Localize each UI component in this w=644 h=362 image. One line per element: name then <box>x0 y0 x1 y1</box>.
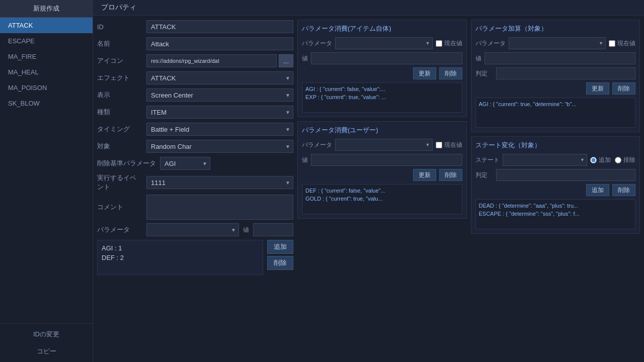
param-consume-user-current-label[interactable]: 現在値 <box>436 141 462 149</box>
param-calc-target-param-select[interactable] <box>509 37 606 49</box>
target-label: 対象 <box>97 142 142 151</box>
id-input[interactable] <box>146 20 293 33</box>
param-calc-target-value-label: 値 <box>475 54 481 63</box>
right-panel: パラメータ加算（対象） パラメータ 現在値 値 <box>471 20 640 358</box>
icon-browse-button[interactable]: ... <box>279 54 293 67</box>
event-label: 実行するイベント <box>97 173 142 192</box>
param-consume-item-list: AGI : { "current": false, "value":... EX… <box>302 82 462 113</box>
comment-textarea[interactable] <box>146 195 293 220</box>
param-calc-target-param-row: パラメータ 現在値 <box>475 37 636 49</box>
state-change-target-add-btn[interactable]: 追加 <box>586 184 609 196</box>
comment-label: コメント <box>97 203 142 212</box>
param-add-button[interactable]: 追加 <box>267 240 293 254</box>
sidebar-item-ma-heal[interactable]: MA_HEAL <box>0 64 93 80</box>
state-change-target-list-escape: ESCAPE : { "determine": "sss", "plus": f… <box>479 210 632 218</box>
param-consume-user-list-def: DEF : { "current": false, "value"... <box>305 187 459 195</box>
id-change-button[interactable]: IDの変更 <box>0 326 93 343</box>
id-row: ID <box>97 20 293 34</box>
param-consume-item-list-agi: AGI : { "current": false, "value":... <box>305 85 459 93</box>
timing-select[interactable]: Battle + Field Battle Only Field Only <box>146 123 293 136</box>
state-change-target-delete-btn[interactable]: 削除 <box>612 184 635 196</box>
comment-row: コメント <box>97 195 293 220</box>
param-consume-item-update-btn[interactable]: 更新 <box>413 67 436 79</box>
state-change-add-radio[interactable] <box>590 157 597 163</box>
param-calc-target-param-label: パラメータ <box>475 39 506 48</box>
param-select[interactable]: AGI DEF ATK <box>146 223 239 236</box>
event-row: 実行するイベント 1111 2222 3333 <box>97 173 293 192</box>
effect-select[interactable]: ATTACK HEAL FIRE POISON <box>146 71 293 84</box>
main: プロパティ ID 名前 アイコン ... エフェクト <box>93 0 644 362</box>
state-change-target-state-row: ステート 追加 排除 <box>475 154 636 166</box>
type-row: 種類 ITEM SKILL MAGIC <box>97 105 293 119</box>
param-consume-user-current-check[interactable] <box>436 142 442 148</box>
new-button[interactable]: 新規作成 <box>0 0 93 18</box>
mid-panel: パラメータ消費(アイテム自体) パラメータ 現在値 値 <box>297 20 467 358</box>
state-change-remove-radio-label[interactable]: 排除 <box>615 156 635 164</box>
target-select[interactable]: Random Char All Enemies All Allies Self <box>146 140 293 153</box>
param-value-input[interactable] <box>253 223 293 236</box>
param-consume-item-value-input[interactable] <box>311 52 462 64</box>
param-consume-item-param-label: パラメータ <box>302 39 332 48</box>
name-input[interactable] <box>146 37 293 50</box>
param-consume-item-current-label[interactable]: 現在値 <box>436 39 462 48</box>
param-row: パラメータ AGI DEF ATK 値 <box>97 223 293 237</box>
param-calc-target-current-check[interactable] <box>609 40 615 47</box>
effect-row: エフェクト ATTACK HEAL FIRE POISON <box>97 71 293 85</box>
display-select[interactable]: Screen Center Screen Top Target <box>146 88 293 102</box>
param-consume-item-value-row: 値 <box>302 52 462 64</box>
sidebar-item-sk-blow[interactable]: SK_BLOW <box>0 96 93 111</box>
param-consume-user-update-btn[interactable]: 更新 <box>413 169 436 181</box>
name-row: 名前 <box>97 37 293 51</box>
param-consume-user-param-select[interactable] <box>335 139 433 151</box>
param-delete-button[interactable]: 削除 <box>267 256 293 270</box>
param-consume-item-current-check[interactable] <box>436 40 442 47</box>
left-panel: ID 名前 アイコン ... エフェクト ATTACK HE <box>97 20 293 358</box>
state-change-add-radio-label[interactable]: 追加 <box>590 156 611 164</box>
sidebar-bottom: IDの変更 コピー <box>0 323 93 362</box>
param-consume-item-delete-btn[interactable]: 削除 <box>439 67 462 79</box>
main-header: プロパティ <box>93 0 644 16</box>
sidebar-item-attack[interactable]: ATTACK <box>0 18 93 33</box>
sidebar-item-ma-poison[interactable]: MA_POISON <box>0 80 93 96</box>
icon-label: アイコン <box>97 56 142 65</box>
sidebar-item-ma-fire[interactable]: MA_FIRE <box>0 49 93 64</box>
param-calc-target-title: パラメータ加算（対象） <box>475 24 636 33</box>
param-calc-target-list: AGI : { "current": true, "determine": "b… <box>475 98 636 128</box>
param-consume-user-delete-btn[interactable]: 削除 <box>439 169 462 181</box>
value-label: 値 <box>243 226 249 234</box>
param-row-label: パラメータ <box>97 225 142 234</box>
state-change-remove-radio[interactable] <box>615 157 621 163</box>
param-list-item-agi: AGI : 1 <box>102 243 259 253</box>
param-consume-item-box: パラメータ消費(アイテム自体) パラメータ 現在値 値 <box>297 20 467 117</box>
event-select[interactable]: 1111 2222 3333 <box>146 176 293 189</box>
main-body: ID 名前 アイコン ... エフェクト ATTACK HE <box>93 16 644 362</box>
param-consume-user-value-input[interactable] <box>311 154 462 166</box>
name-label: 名前 <box>97 39 142 48</box>
param-calc-target-value-row: 値 <box>475 52 636 64</box>
param-calc-target-judge-label: 判定 <box>475 69 493 78</box>
delete-basis-row: 削除基準パラメータ AGI DEF ATK HP <box>97 156 293 170</box>
state-change-target-judge-input[interactable] <box>496 169 636 181</box>
id-label: ID <box>97 23 142 31</box>
delete-basis-select[interactable]: AGI DEF ATK HP <box>160 157 210 170</box>
delete-basis-label: 削除基準パラメータ <box>97 159 156 168</box>
param-calc-target-update-btn[interactable]: 更新 <box>586 82 609 95</box>
copy-button[interactable]: コピー <box>0 343 93 360</box>
param-consume-user-list: DEF : { "current": false, "value"... GOL… <box>302 184 462 214</box>
sidebar-item-escape[interactable]: ESCAPE <box>0 33 93 49</box>
timing-label: タイミング <box>97 125 142 134</box>
type-select[interactable]: ITEM SKILL MAGIC <box>146 106 293 119</box>
param-consume-item-param-select[interactable] <box>335 37 433 49</box>
param-consume-item-param-row: パラメータ 現在値 <box>302 37 462 49</box>
param-consume-user-btn-row: 更新 削除 <box>302 169 462 181</box>
type-label: 種類 <box>97 108 142 117</box>
param-calc-target-value-input[interactable] <box>485 52 636 64</box>
state-change-radio-group: 追加 排除 <box>590 156 635 164</box>
icon-input[interactable] <box>146 54 277 67</box>
param-consume-user-title: パラメータ消費(ユーザー) <box>302 126 462 135</box>
state-change-target-state-select[interactable] <box>503 154 588 166</box>
param-calc-target-judge-input[interactable] <box>496 67 636 79</box>
param-consume-user-list-gold: GOLD : { "current": true, "valu... <box>305 195 459 203</box>
param-calc-target-current-label[interactable]: 現在値 <box>609 39 635 48</box>
param-calc-target-delete-btn[interactable]: 削除 <box>612 82 635 95</box>
